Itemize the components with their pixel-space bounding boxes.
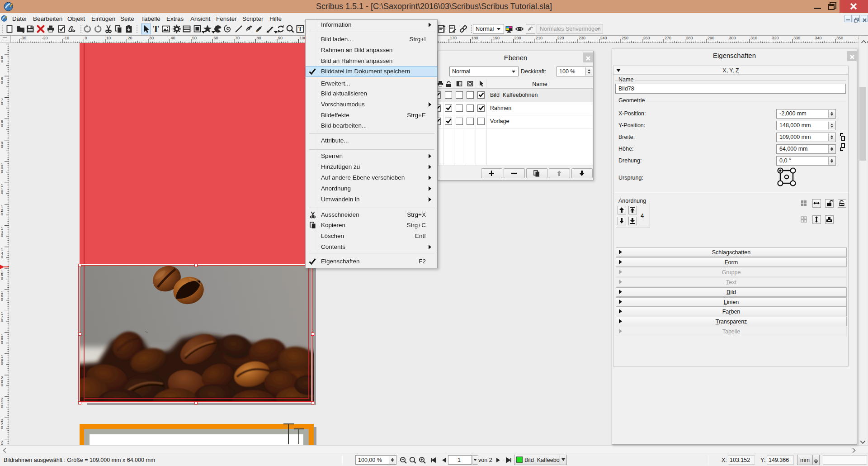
svg-text:-10: -10: [63, 36, 69, 40]
svg-text:0: 0: [1, 190, 3, 195]
svg-text:0: 0: [85, 36, 87, 40]
svg-text:0: 0: [1, 123, 3, 128]
svg-text:170: 170: [450, 36, 457, 40]
svg-text:0: 0: [1, 340, 3, 345]
svg-text:50: 50: [192, 36, 197, 40]
svg-text:0: 0: [1, 255, 3, 259]
svg-text:350: 350: [836, 36, 843, 40]
svg-text:0: 0: [1, 404, 3, 409]
svg-text:180: 180: [472, 36, 478, 40]
svg-text:80: 80: [257, 36, 261, 40]
svg-text:0: 0: [1, 361, 3, 366]
svg-text:220: 220: [557, 36, 564, 40]
svg-text:320: 320: [772, 36, 779, 40]
svg-text:230: 230: [579, 36, 585, 40]
svg-text:40: 40: [171, 36, 175, 40]
svg-text:190: 190: [493, 36, 500, 40]
svg-text:340: 340: [815, 36, 822, 40]
svg-text:60: 60: [214, 36, 218, 40]
svg-text:300: 300: [729, 36, 736, 40]
svg-text:260: 260: [643, 36, 650, 40]
svg-text:0: 0: [1, 383, 3, 387]
svg-text:0: 0: [1, 233, 3, 238]
svg-text:0: 0: [1, 59, 3, 63]
svg-text:0: 0: [1, 319, 3, 323]
svg-text:10: 10: [106, 36, 111, 40]
svg-text:-20: -20: [42, 36, 48, 40]
svg-text:90: 90: [278, 36, 283, 40]
svg-text:0: 0: [1, 276, 3, 281]
svg-text:0: 0: [1, 144, 3, 149]
svg-text:0: 0: [1, 169, 3, 174]
svg-text:-30: -30: [20, 36, 26, 40]
svg-text:210: 210: [536, 36, 542, 40]
svg-text:70: 70: [235, 36, 240, 40]
svg-text:290: 290: [708, 36, 714, 40]
svg-text:0: 0: [1, 425, 3, 430]
svg-text:30: 30: [149, 36, 154, 40]
svg-text:200: 200: [514, 36, 521, 40]
svg-text:0: 0: [1, 80, 3, 85]
svg-text:T: T: [153, 24, 159, 33]
svg-text:T: T: [298, 26, 302, 33]
svg-text:0: 0: [1, 101, 3, 106]
svg-text:280: 280: [686, 36, 693, 40]
svg-text:270: 270: [665, 36, 671, 40]
svg-text:330: 330: [793, 36, 800, 40]
svg-text:0: 0: [1, 212, 3, 216]
svg-text:310: 310: [750, 36, 757, 40]
svg-text:0: 0: [1, 297, 3, 302]
svg-text:250: 250: [622, 36, 628, 40]
svg-text:20: 20: [128, 36, 132, 40]
svg-text:240: 240: [600, 36, 607, 40]
